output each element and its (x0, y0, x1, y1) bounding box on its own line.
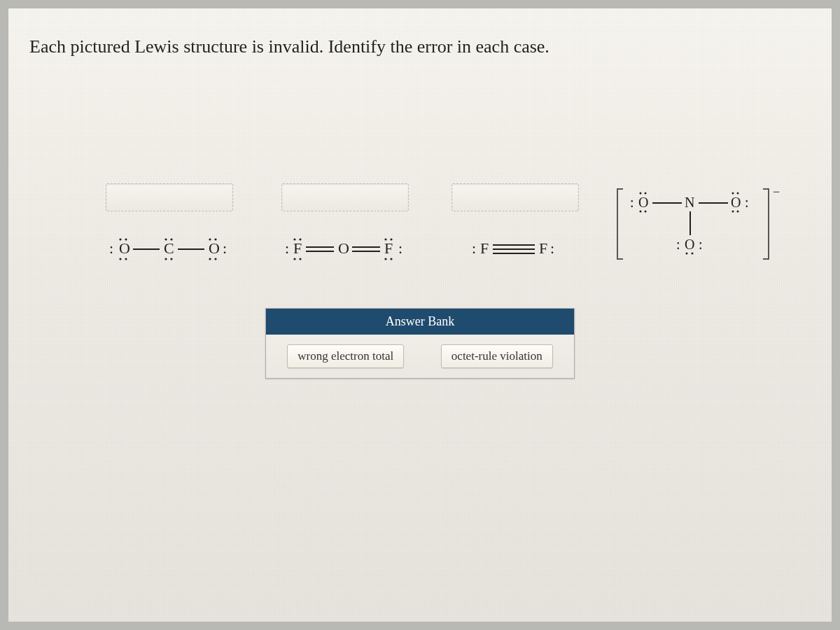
answer-bank-title: Answer Bank (266, 309, 574, 335)
svg-text:C: C (164, 239, 175, 257)
svg-text:O: O (638, 195, 649, 210)
svg-point-45 (639, 192, 641, 195)
svg-point-4 (119, 258, 121, 260)
svg-text:O: O (209, 239, 220, 257)
svg-point-9 (170, 238, 172, 240)
svg-point-32 (391, 238, 393, 240)
svg-point-2 (119, 238, 121, 240)
structure-2: : F O F : (275, 183, 415, 266)
svg-text:O: O (119, 239, 131, 257)
option-octet-rule-violation[interactable]: octet-rule violation (441, 344, 553, 368)
answer-bank-body: wrong electron total octet-rule violatio… (266, 335, 574, 378)
svg-text:N: N (685, 195, 695, 210)
structure-3: : F F : (451, 183, 579, 266)
svg-point-14 (209, 238, 211, 240)
svg-text::: : (745, 195, 750, 210)
svg-point-63 (691, 253, 693, 255)
svg-text:−: − (773, 185, 780, 199)
drop-zone-2[interactable] (281, 183, 409, 211)
svg-text::: : (630, 195, 635, 210)
lewis-2: : F O F : (275, 231, 415, 266)
svg-point-16 (209, 258, 211, 260)
svg-point-11 (170, 258, 172, 260)
option-wrong-electron-total[interactable]: wrong electron total (287, 344, 404, 368)
svg-point-17 (214, 258, 216, 260)
svg-text:F: F (539, 239, 548, 257)
svg-point-23 (294, 258, 296, 260)
svg-point-34 (391, 258, 393, 260)
svg-point-48 (644, 211, 646, 213)
svg-point-54 (736, 192, 738, 195)
svg-text::: : (109, 239, 114, 257)
svg-text::: : (223, 239, 227, 257)
svg-text:O: O (685, 237, 695, 252)
svg-text:F: F (480, 239, 489, 257)
svg-point-15 (214, 238, 216, 240)
svg-point-62 (685, 253, 687, 255)
svg-point-31 (385, 238, 387, 240)
svg-point-47 (639, 211, 641, 213)
svg-text:F: F (384, 239, 393, 257)
svg-point-3 (125, 238, 127, 240)
svg-text:F: F (293, 239, 302, 257)
svg-text:O: O (338, 239, 350, 257)
svg-point-46 (644, 192, 646, 195)
svg-text::: : (676, 237, 681, 252)
svg-point-53 (732, 192, 734, 195)
svg-text:O: O (731, 195, 741, 210)
lewis-4: : O N O : (615, 182, 783, 266)
lewis-3: : F F : (452, 231, 578, 266)
structures-row: O : C O (99, 134, 783, 266)
svg-text::: : (398, 239, 403, 257)
answer-bank: Answer Bank wrong electron total octet-r… (265, 308, 575, 379)
svg-point-24 (300, 258, 302, 260)
svg-point-22 (300, 238, 302, 240)
svg-point-21 (294, 238, 296, 240)
question-card: Each pictured Lewis structure is invalid… (8, 8, 832, 622)
svg-point-56 (736, 211, 738, 213)
lewis-1: O : C O (99, 231, 239, 266)
svg-text::: : (472, 239, 477, 257)
svg-point-33 (385, 258, 387, 260)
svg-text::: : (285, 239, 290, 257)
svg-point-55 (732, 211, 734, 213)
svg-text::: : (699, 237, 704, 252)
svg-point-8 (164, 238, 167, 240)
svg-point-5 (125, 258, 127, 260)
svg-point-10 (164, 258, 167, 260)
instruction-text: Each pictured Lewis structure is invalid… (29, 36, 811, 57)
drop-zone-3[interactable] (451, 183, 579, 211)
drop-zone-1[interactable] (106, 183, 233, 211)
svg-text::: : (550, 239, 555, 257)
structure-4: : O N O : (615, 134, 783, 266)
structure-1: O : C O (99, 183, 239, 266)
